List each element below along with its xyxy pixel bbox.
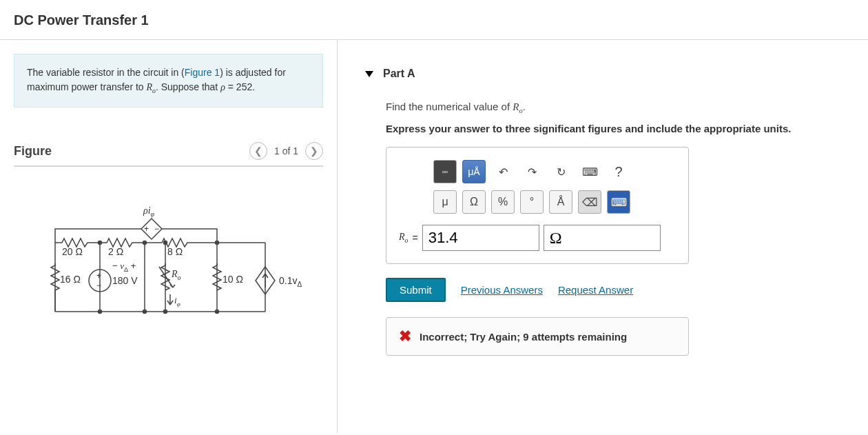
svg-text:iφ: iφ: [174, 295, 180, 307]
svg-text:ρiφ: ρiφ: [143, 205, 155, 218]
figure-prev-button[interactable]: ❮: [249, 142, 267, 160]
figure-title: Figure: [14, 144, 52, 159]
degree-button[interactable]: °: [520, 190, 544, 214]
circuit-figure: ρiφ + − 20 Ω 2 Ω 8 Ω: [14, 188, 323, 369]
figure-next-button[interactable]: ❯: [305, 142, 323, 160]
request-answer-link[interactable]: Request Answer: [558, 284, 633, 296]
instruction-text: Find the numerical value of Ro.: [386, 101, 854, 114]
templates-button[interactable]: ▫▫: [433, 160, 457, 183]
figure-nav-text: 1 of 1: [274, 145, 298, 156]
left-column: The variable resistor in the circuit in …: [0, 40, 338, 433]
svg-text:0.1vΔ: 0.1vΔ: [279, 275, 302, 288]
previous-answers-link[interactable]: Previous Answers: [461, 284, 543, 296]
svg-point-18: [143, 241, 146, 245]
svg-text:+: +: [96, 271, 101, 281]
svg-point-17: [98, 241, 101, 245]
svg-point-23: [163, 310, 167, 314]
backspace-button[interactable]: ⌫: [578, 190, 601, 214]
submit-button[interactable]: Submit: [386, 278, 446, 302]
svg-text:10 Ω: 10 Ω: [223, 274, 243, 285]
figure-header: Figure ❮ 1 of 1 ❯: [14, 142, 323, 167]
keyboard-toggle-button[interactable]: ⌨: [607, 190, 630, 214]
part-header[interactable]: Part A: [365, 68, 854, 80]
svg-point-21: [98, 310, 101, 314]
svg-text:2 Ω: 2 Ω: [108, 246, 123, 257]
toolbar-top: ▫▫ μÅ ↶ ↷ ↻ ⌨ ?: [399, 160, 676, 183]
svg-text:− vΔ +: − vΔ +: [112, 261, 136, 274]
keyboard-button[interactable]: ⌨: [578, 160, 601, 183]
answer-fields: Ro = Ω: [399, 225, 676, 251]
figure-link[interactable]: Figure 1: [185, 67, 220, 78]
answer-units-input[interactable]: Ω: [544, 225, 661, 251]
symbol-ro: Ro: [147, 82, 156, 92]
page-title: DC Power Transfer 1: [0, 0, 868, 40]
incorrect-icon: ✖: [399, 327, 411, 345]
problem-text-pre: The variable resistor in the circuit in …: [27, 67, 185, 78]
answer-box: ▫▫ μÅ ↶ ↷ ↻ ⌨ ? μ Ω % ° Å ⌫ ⌨: [386, 147, 689, 264]
svg-text:16 Ω: 16 Ω: [60, 274, 81, 285]
right-column: Part A Find the numerical value of Ro. E…: [338, 40, 868, 433]
feedback-box: ✖ Incorrect; Try Again; 9 attempts remai…: [386, 317, 689, 356]
help-button[interactable]: ?: [607, 160, 630, 183]
svg-point-19: [163, 241, 167, 245]
svg-text:Ro: Ro: [171, 269, 181, 281]
problem-eq: = 252.: [225, 81, 255, 92]
svg-text:8 Ω: 8 Ω: [167, 246, 183, 257]
svg-point-22: [143, 310, 146, 314]
answer-value-input[interactable]: [422, 225, 539, 251]
toolbar-second: μ Ω % ° Å ⌫ ⌨: [399, 190, 676, 214]
answer-label: Ro: [399, 232, 408, 244]
svg-text:−: −: [96, 281, 101, 290]
feedback-text: Incorrect; Try Again; 9 attempts remaini…: [420, 331, 627, 343]
undo-button[interactable]: ↶: [491, 160, 515, 183]
svg-text:180 V: 180 V: [112, 275, 138, 286]
problem-text-post-b: . Suppose that: [156, 81, 220, 92]
percent-button[interactable]: %: [491, 190, 515, 214]
mu-button[interactable]: μ: [433, 190, 457, 214]
svg-text:+: +: [144, 224, 149, 234]
units-angstrom-button[interactable]: μÅ: [462, 160, 486, 183]
answer-equals: =: [412, 232, 417, 243]
main-content: The variable resistor in the circuit in …: [0, 40, 868, 433]
svg-point-24: [215, 310, 218, 314]
part-title: Part A: [383, 68, 415, 80]
reset-button[interactable]: ↻: [549, 160, 572, 183]
action-row: Submit Previous Answers Request Answer: [386, 278, 854, 302]
svg-text:20 Ω: 20 Ω: [62, 246, 83, 257]
ohm-button[interactable]: Ω: [462, 190, 486, 214]
redo-button[interactable]: ↷: [520, 160, 544, 183]
collapse-caret-icon: [365, 71, 373, 77]
symbol-rho: ρ: [220, 82, 225, 92]
circuit-svg: ρiφ + − 20 Ω 2 Ω 8 Ω: [24, 201, 313, 353]
svg-point-20: [215, 241, 218, 245]
problem-statement: The variable resistor in the circuit in …: [14, 54, 323, 108]
angstrom-button[interactable]: Å: [549, 190, 572, 214]
svg-text:−: −: [154, 224, 159, 234]
instruction-bold: Express your answer to three significant…: [386, 123, 854, 134]
figure-nav: ❮ 1 of 1 ❯: [249, 142, 323, 160]
